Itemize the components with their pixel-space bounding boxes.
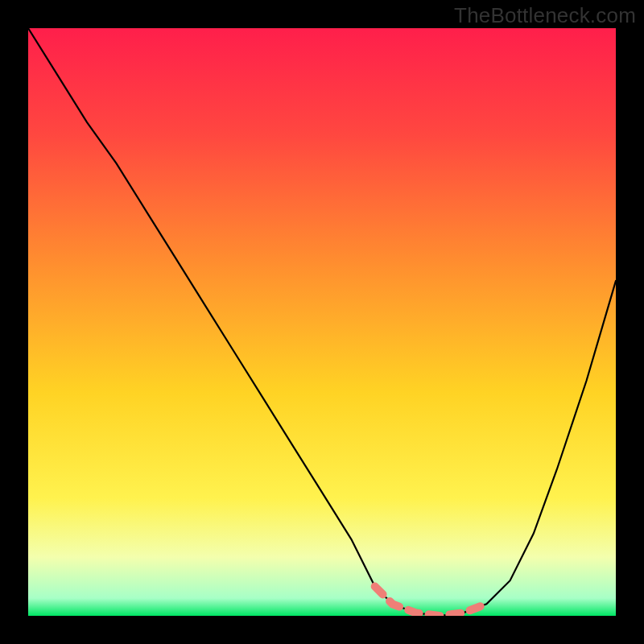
chart-frame: TheBottleneck.com bbox=[0, 0, 644, 644]
plot-svg bbox=[28, 28, 616, 616]
gradient-background bbox=[28, 28, 616, 616]
watermark-text: TheBottleneck.com bbox=[454, 3, 636, 28]
plot-area bbox=[28, 28, 616, 616]
